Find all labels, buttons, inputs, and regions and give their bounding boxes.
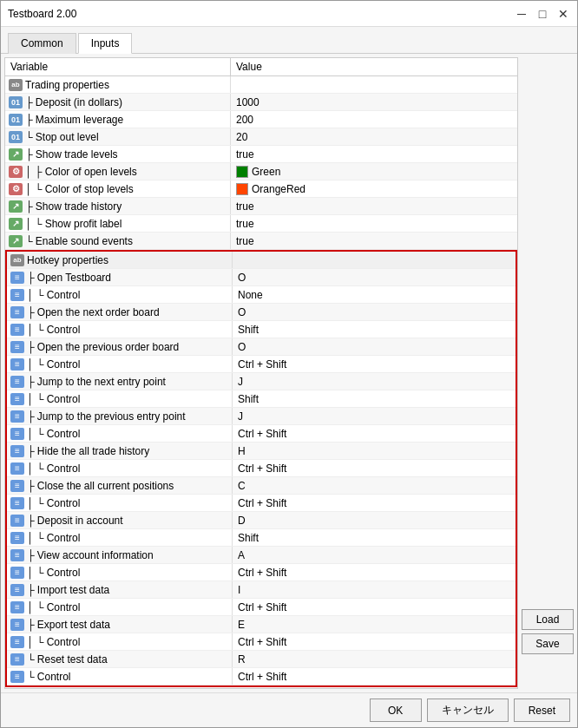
main-window: Testboard 2.00 ─ □ ✕ Common Inputs Varia…: [0, 0, 578, 728]
row-label: Trading properties: [25, 79, 109, 91]
type-icon-list: ≡: [10, 410, 24, 423]
type-icon-arrow: ↗: [9, 200, 23, 213]
type-icon-list: ≡: [10, 515, 24, 527]
row-label: └ Control: [27, 671, 71, 683]
type-icon-list: ≡: [10, 653, 24, 666]
list-item: ≡ │ └ Control Ctrl + Shift: [7, 356, 516, 373]
window-title: Testboard 2.00: [8, 8, 76, 20]
list-item: 01 └ Stop out level 20: [5, 128, 517, 146]
save-button[interactable]: Save: [522, 633, 574, 654]
type-icon-list: ≡: [10, 601, 24, 613]
row-label: ├ Close the all current positions: [27, 480, 174, 492]
list-item: ≡ │ └ Control Ctrl + Shift: [7, 564, 516, 581]
type-icon-gear: ⚙: [9, 166, 23, 178]
list-item: ≡ └ Reset test data R: [7, 651, 516, 668]
type-icon-ab: ab: [10, 254, 24, 266]
row-label: │ └ Control: [27, 636, 80, 648]
list-item: ab Hotkey properties: [7, 252, 516, 269]
side-buttons: Load Save: [522, 57, 574, 689]
list-item: ≡ ├ Close the all current positions C: [7, 477, 516, 495]
row-label: ├ Deposit in account: [27, 515, 123, 527]
row-label: ├ Export test data: [27, 619, 110, 631]
row-label: ├ Maximum leverage: [25, 114, 123, 126]
column-value: Value: [231, 58, 517, 75]
row-label: │ └ Control: [27, 393, 80, 405]
row-label: ├ Show trade levels: [25, 148, 118, 161]
type-icon-list: ≡: [10, 619, 24, 631]
type-icon-ab: ab: [9, 79, 23, 91]
reset-button[interactable]: Reset: [514, 698, 570, 722]
row-label: ├ View account information: [27, 549, 154, 561]
row-label: │ └ Control: [27, 567, 80, 579]
title-bar: Testboard 2.00 ─ □ ✕: [1, 1, 577, 27]
type-icon-list: ≡: [10, 324, 24, 336]
list-item: ≡ │ └ Control Ctrl + Shift: [7, 633, 516, 651]
minimize-button[interactable]: ─: [515, 7, 529, 21]
row-label: └ Enable sound events: [25, 235, 133, 247]
row-label: ├ Import test data: [27, 584, 109, 596]
list-item: ↗ ├ Show trade history true: [5, 198, 517, 215]
row-label: ├ Open the next order board: [27, 306, 160, 318]
list-item: ⚙ │ ├ Color of open levels Green: [5, 163, 517, 180]
row-label: │ └ Control: [27, 497, 80, 509]
list-item: ≡ ├ Jump to the next entry point J: [7, 373, 516, 390]
list-item: ≡ ├ Open the previous order board O: [7, 338, 516, 356]
list-item: 01 ├ Maximum leverage 200: [5, 111, 517, 128]
close-button[interactable]: ✕: [556, 7, 570, 21]
list-item: ≡ │ └ Control Ctrl + Shift: [7, 599, 516, 616]
type-icon-arrow: ↗: [9, 235, 23, 247]
load-button[interactable]: Load: [522, 609, 574, 630]
list-item: ≡ ├ Jump to the previous entry point J: [7, 408, 516, 425]
type-icon-list: ≡: [10, 272, 24, 284]
list-item: ≡ │ └ Control Shift: [7, 321, 516, 338]
hotkey-section: ab Hotkey properties ≡ ├ Open Testboard …: [5, 250, 517, 687]
type-icon-01: 01: [9, 131, 23, 143]
row-label: │ └ Control: [27, 428, 80, 440]
list-item: ≡ │ └ Control Ctrl + Shift: [7, 425, 516, 443]
list-item: ≡ ├ Export test data E: [7, 616, 516, 633]
type-icon-01: 01: [9, 114, 23, 126]
color-swatch: [236, 166, 248, 178]
list-item: ≡ │ └ Control Ctrl + Shift: [7, 495, 516, 512]
row-label: │ └ Show profit label: [25, 218, 122, 230]
list-item: ↗ ├ Show trade levels true: [5, 146, 517, 163]
row-label: Hotkey properties: [27, 254, 108, 266]
maximize-button[interactable]: □: [535, 7, 549, 21]
row-label: │ └ Control: [27, 601, 80, 613]
row-label: └ Reset test data: [27, 653, 108, 666]
type-icon-list: ≡: [10, 306, 24, 318]
ok-button[interactable]: OK: [370, 698, 422, 722]
list-item: ≡ │ └ Control Shift: [7, 390, 516, 408]
tab-bar: Common Inputs: [1, 27, 577, 54]
cancel-button[interactable]: キャンセル: [427, 698, 509, 722]
window-controls: ─ □ ✕: [515, 7, 570, 21]
type-icon-list: ≡: [10, 289, 24, 301]
row-label: │ └ Color of stop levels: [25, 183, 134, 195]
list-item: ≡ └ Control Ctrl + Shift: [7, 668, 516, 685]
list-item: ab Trading properties: [5, 76, 517, 94]
list-item: ≡ ├ Import test data I: [7, 581, 516, 599]
row-label: │ └ Control: [27, 358, 80, 371]
color-swatch: [236, 183, 248, 195]
row-label: │ └ Control: [27, 289, 80, 301]
type-icon-list: ≡: [10, 358, 24, 371]
list-item: ↗ │ └ Show profit label true: [5, 215, 517, 233]
tab-common[interactable]: Common: [8, 33, 76, 54]
type-icon-list: ≡: [10, 549, 24, 561]
list-item: ≡ ├ View account information A: [7, 547, 516, 564]
row-label: │ └ Control: [27, 532, 80, 544]
list-item: ≡ ├ Open the next order board O: [7, 304, 516, 321]
type-icon-list: ≡: [10, 341, 24, 353]
row-label: ├ Open the previous order board: [27, 341, 179, 353]
type-icon-list: ≡: [10, 445, 24, 457]
type-icon-list: ≡: [10, 567, 24, 579]
row-label: │ ├ Color of open levels: [25, 166, 137, 178]
list-item: ≡ │ └ Control Shift: [7, 529, 516, 547]
type-icon-list: ≡: [10, 497, 24, 509]
column-variable: Variable: [5, 58, 231, 75]
list-item: ≡ ├ Hide the all trade history H: [7, 443, 516, 460]
tab-inputs[interactable]: Inputs: [78, 33, 133, 54]
list-item: ↗ └ Enable sound events true: [5, 233, 517, 250]
type-icon-list: ≡: [10, 428, 24, 440]
list-item: 01 ├ Deposit (in dollars) 1000: [5, 94, 517, 111]
